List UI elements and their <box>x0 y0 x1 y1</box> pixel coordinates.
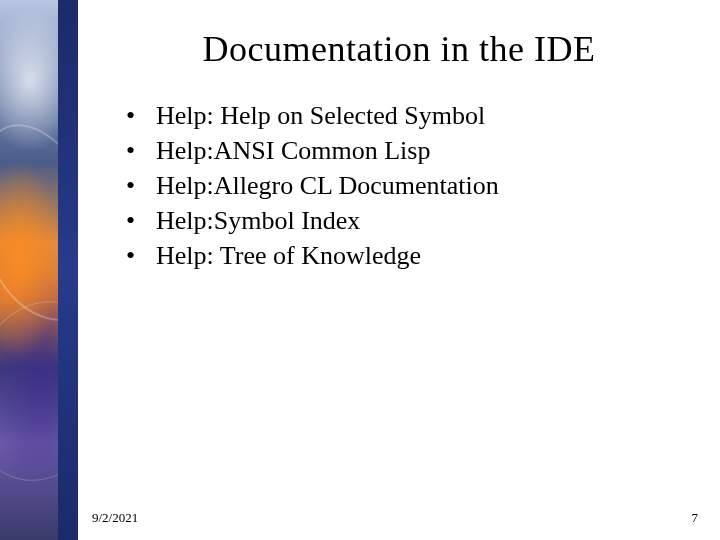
slide-footer: 9/2/2021 7 <box>0 510 720 526</box>
decorative-sidebar <box>0 0 78 540</box>
list-item: Help: Tree of Knowledge <box>126 238 690 273</box>
list-item: Help:Symbol Index <box>126 203 690 238</box>
slide-content: Documentation in the IDE Help: Help on S… <box>78 0 720 540</box>
sidebar-band <box>58 0 78 540</box>
bullet-list: Help: Help on Selected Symbol Help:ANSI … <box>108 98 690 273</box>
list-item: Help: Help on Selected Symbol <box>126 98 690 133</box>
footer-date: 9/2/2021 <box>92 510 138 526</box>
list-item: Help:ANSI Common Lisp <box>126 133 690 168</box>
list-item: Help:Allegro CL Documentation <box>126 168 690 203</box>
page-number: 7 <box>692 510 699 526</box>
slide-title: Documentation in the IDE <box>108 28 690 70</box>
sidebar-art <box>0 0 58 540</box>
